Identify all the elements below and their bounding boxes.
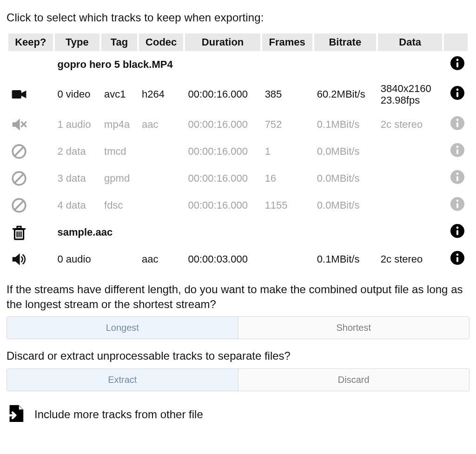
file-import-icon: [7, 404, 24, 425]
info-icon[interactable]: [450, 197, 465, 211]
file-delete-button[interactable]: [8, 219, 53, 246]
track-index-type: 4 data: [55, 192, 100, 219]
include-more-label: Include more tracks from other file: [34, 408, 203, 421]
col-keep: Keep?: [8, 33, 53, 51]
keep-toggle[interactable]: [8, 138, 53, 165]
track-codec: aac: [139, 111, 184, 138]
track-frames: 752: [262, 111, 312, 138]
track-data: 3840x216023.98fps: [378, 78, 443, 111]
info-icon[interactable]: [450, 143, 465, 158]
col-type: Type: [55, 33, 100, 51]
track-tag: mp4a: [101, 111, 137, 138]
keep-toggle[interactable]: [8, 78, 53, 111]
track-codec: aac: [139, 246, 184, 273]
track-frames: 1: [262, 138, 312, 165]
track-tag: [101, 246, 137, 273]
tracks-table: Keep? Type Tag Codec Duration Frames Bit…: [7, 33, 469, 273]
keep-toggle[interactable]: [8, 165, 53, 192]
track-duration: 00:00:16.000: [185, 111, 260, 138]
track-data: 2c stereo: [378, 111, 443, 138]
unprocessable-extract-button[interactable]: Extract: [7, 369, 238, 391]
track-bitrate: 60.2MBit/s: [314, 78, 376, 111]
file-row: gopro hero 5 black.MP4: [8, 51, 468, 78]
unprocessable-segmented: Extract Discard: [7, 368, 469, 391]
track-row: 1 audiomp4aaac00:00:16.0007520.1MBit/s2c…: [8, 111, 468, 138]
track-frames: 385: [262, 78, 312, 111]
track-row: 4 datafdsc00:00:16.00011550.0MBit/s: [8, 192, 468, 219]
track-data: [378, 192, 443, 219]
track-codec: [139, 138, 184, 165]
file-row: sample.aac: [8, 219, 468, 246]
track-bitrate: 0.1MBit/s: [314, 246, 376, 273]
unprocessable-discard-button[interactable]: Discard: [238, 369, 469, 391]
info-icon[interactable]: [450, 170, 465, 184]
track-frames: 1155: [262, 192, 312, 219]
track-bitrate: 0.0MBit/s: [314, 165, 376, 192]
track-duration: 00:00:03.000: [185, 246, 260, 273]
track-frames: [262, 246, 312, 273]
track-index-type: 3 data: [55, 165, 100, 192]
track-tag: fdsc: [101, 192, 137, 219]
track-codec: h264: [139, 78, 184, 111]
track-bitrate: 0.0MBit/s: [314, 138, 376, 165]
col-info: [444, 33, 468, 51]
length-question: If the streams have different length, do…: [7, 282, 469, 312]
track-bitrate: 0.1MBit/s: [314, 111, 376, 138]
track-row: 0 videoavc1h26400:00:16.00038560.2MBit/s…: [8, 78, 468, 111]
length-longest-button[interactable]: Longest: [7, 317, 238, 339]
info-icon[interactable]: [450, 116, 465, 131]
col-codec: Codec: [139, 33, 184, 51]
unprocessable-question: Discard or extract unprocessable tracks …: [7, 349, 469, 363]
info-icon[interactable]: [450, 250, 465, 265]
track-index-type: 0 audio: [55, 246, 100, 273]
file-name: sample.aac: [55, 219, 443, 246]
col-data: Data: [378, 33, 443, 51]
info-icon[interactable]: [450, 224, 465, 238]
instruction-text: Click to select which tracks to keep whe…: [7, 11, 469, 24]
col-frames: Frames: [262, 33, 312, 51]
track-index-type: 0 video: [55, 78, 100, 111]
track-duration: 00:00:16.000: [185, 78, 260, 111]
col-bitrate: Bitrate: [314, 33, 376, 51]
track-codec: [139, 192, 184, 219]
track-index-type: 1 audio: [55, 111, 100, 138]
track-row: 0 audioaac00:00:03.0000.1MBit/s2c stereo: [8, 246, 468, 273]
track-data: 2c stereo: [378, 246, 443, 273]
length-segmented: Longest Shortest: [7, 316, 469, 339]
track-data: [378, 165, 443, 192]
length-shortest-button[interactable]: Shortest: [238, 317, 469, 339]
track-duration: 00:00:16.000: [185, 138, 260, 165]
col-duration: Duration: [185, 33, 260, 51]
file-name: gopro hero 5 black.MP4: [55, 51, 443, 78]
track-bitrate: 0.0MBit/s: [314, 192, 376, 219]
col-tag: Tag: [101, 33, 137, 51]
track-frames: 16: [262, 165, 312, 192]
track-row: 2 datatmcd00:00:16.00010.0MBit/s: [8, 138, 468, 165]
track-duration: 00:00:16.000: [185, 165, 260, 192]
track-row: 3 datagpmd00:00:16.000160.0MBit/s: [8, 165, 468, 192]
keep-toggle[interactable]: [8, 246, 53, 273]
track-data: [378, 138, 443, 165]
track-codec: [139, 165, 184, 192]
track-duration: 00:00:16.000: [185, 192, 260, 219]
file-delete-disabled: [8, 51, 53, 78]
track-index-type: 2 data: [55, 138, 100, 165]
info-icon[interactable]: [450, 56, 465, 71]
info-icon[interactable]: [450, 86, 465, 100]
keep-toggle[interactable]: [8, 192, 53, 219]
track-tag: gpmd: [101, 165, 137, 192]
track-tag: tmcd: [101, 138, 137, 165]
track-tag: avc1: [101, 78, 137, 111]
include-more-button[interactable]: Include more tracks from other file: [7, 404, 469, 425]
keep-toggle[interactable]: [8, 111, 53, 138]
